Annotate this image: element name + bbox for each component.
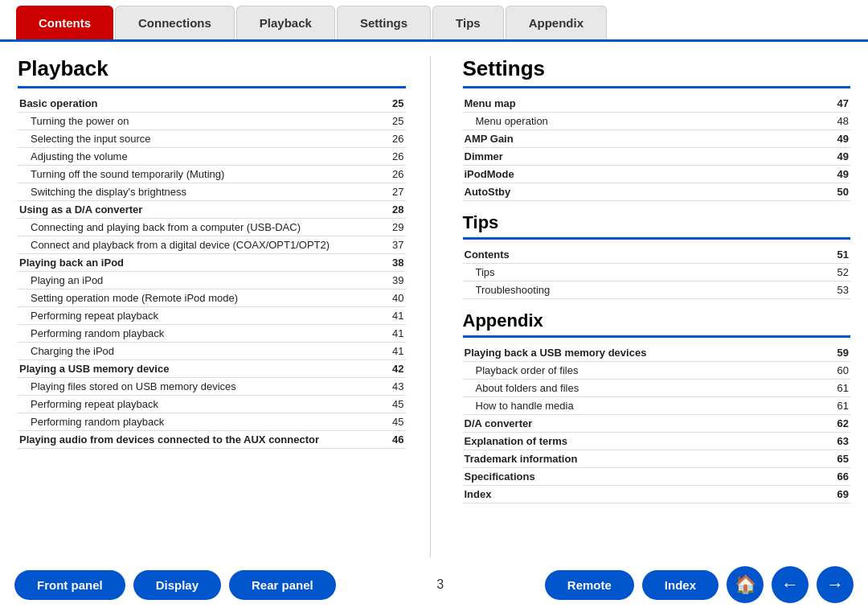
table-row[interactable]: Playing audio from devices connected to … <box>18 431 406 449</box>
table-row[interactable]: Performing random playback41 <box>18 325 406 343</box>
table-row[interactable]: Performing repeat playback45 <box>18 396 406 413</box>
tips-toc: Contents51Tips52Troubleshooting53 <box>463 246 851 299</box>
table-row[interactable]: Turning the power on25 <box>18 113 406 130</box>
table-row[interactable]: Connecting and playing back from a compu… <box>18 219 406 236</box>
table-row[interactable]: Basic operation25 <box>18 95 406 113</box>
table-row[interactable]: Setting operation mode (Remote iPod mode… <box>18 290 406 307</box>
table-row[interactable]: iPodMode49 <box>463 166 851 183</box>
table-row[interactable]: Troubleshooting53 <box>463 281 851 299</box>
table-row[interactable]: Performing repeat playback41 <box>18 307 406 325</box>
table-row[interactable]: Switching the display's brightness27 <box>18 183 406 201</box>
tips-title: Tips <box>463 212 851 233</box>
table-row[interactable]: Charging the iPod41 <box>18 343 406 360</box>
table-row[interactable]: Playing a USB memory device42 <box>18 360 406 378</box>
appendix-toc: Playing back a USB memory devices59Playb… <box>463 344 851 503</box>
home-button[interactable]: 🏠 <box>727 566 764 603</box>
tab-settings[interactable]: Settings <box>337 6 431 39</box>
table-row[interactable]: Specifications66 <box>463 468 851 486</box>
table-row[interactable]: About folders and files61 <box>463 380 851 397</box>
remote-button[interactable]: Remote <box>545 570 634 600</box>
table-row[interactable]: Performing random playback45 <box>18 413 406 431</box>
tab-appendix[interactable]: Appendix <box>506 6 607 39</box>
table-row[interactable]: Selecting the input source26 <box>18 130 406 148</box>
back-button[interactable]: ← <box>772 566 809 603</box>
tips-divider <box>463 237 851 240</box>
table-row[interactable]: Explanation of terms63 <box>463 433 851 450</box>
settings-divider <box>463 86 851 88</box>
table-row[interactable]: Trademark information65 <box>463 450 851 468</box>
page-number: 3 <box>344 577 537 592</box>
tab-contents[interactable]: Contents <box>16 6 113 39</box>
tab-tips[interactable]: Tips <box>432 6 504 39</box>
table-row[interactable]: Menu operation48 <box>463 113 851 130</box>
table-row[interactable]: AutoStby50 <box>463 183 851 201</box>
top-navigation: Contents Connections Playback Settings T… <box>0 0 868 42</box>
index-button[interactable]: Index <box>642 570 719 600</box>
table-row[interactable]: Adjusting the volume26 <box>18 148 406 166</box>
table-row[interactable]: Dimmer49 <box>463 148 851 166</box>
table-row[interactable]: Turning off the sound temporarily (Mutin… <box>18 166 406 183</box>
front-panel-button[interactable]: Front panel <box>14 570 125 600</box>
right-column: Settings Menu map47Menu operation48AMP G… <box>455 56 851 557</box>
table-row[interactable]: Menu map47 <box>463 95 851 113</box>
tab-playback[interactable]: Playback <box>236 6 335 39</box>
display-button[interactable]: Display <box>133 570 221 600</box>
forward-button[interactable]: → <box>817 566 854 603</box>
table-row[interactable]: AMP Gain49 <box>463 130 851 148</box>
tab-connections[interactable]: Connections <box>115 6 235 39</box>
table-row[interactable]: Index69 <box>463 486 851 503</box>
table-row[interactable]: D/A converter62 <box>463 415 851 433</box>
table-row[interactable]: Playing an iPod39 <box>18 272 406 290</box>
appendix-divider <box>463 335 851 338</box>
table-row[interactable]: Playing files stored on USB memory devic… <box>18 378 406 396</box>
table-row[interactable]: How to handle media61 <box>463 397 851 415</box>
bottom-bar: Front panel Display Rear panel 3 Remote … <box>0 557 868 612</box>
playback-toc: Basic operation25Turning the power on25S… <box>18 95 406 449</box>
table-row[interactable]: Playback order of files60 <box>463 362 851 380</box>
table-row[interactable]: Contents51 <box>463 246 851 264</box>
table-row[interactable]: Using as a D/A converter28 <box>18 201 406 219</box>
appendix-title: Appendix <box>463 310 851 331</box>
table-row[interactable]: Playing back a USB memory devices59 <box>463 344 851 362</box>
playback-title: Playback <box>18 56 406 81</box>
playback-section: Playback Basic operation25Turning the po… <box>18 56 431 557</box>
table-row[interactable]: Tips52 <box>463 264 851 281</box>
playback-divider <box>18 86 406 88</box>
settings-toc: Menu map47Menu operation48AMP Gain49Dimm… <box>463 95 851 201</box>
main-content: Playback Basic operation25Turning the po… <box>0 42 868 557</box>
rear-panel-button[interactable]: Rear panel <box>229 570 336 600</box>
table-row[interactable]: Playing back an iPod38 <box>18 254 406 272</box>
table-row[interactable]: Connect and playback from a digital devi… <box>18 236 406 254</box>
settings-title: Settings <box>463 56 851 81</box>
